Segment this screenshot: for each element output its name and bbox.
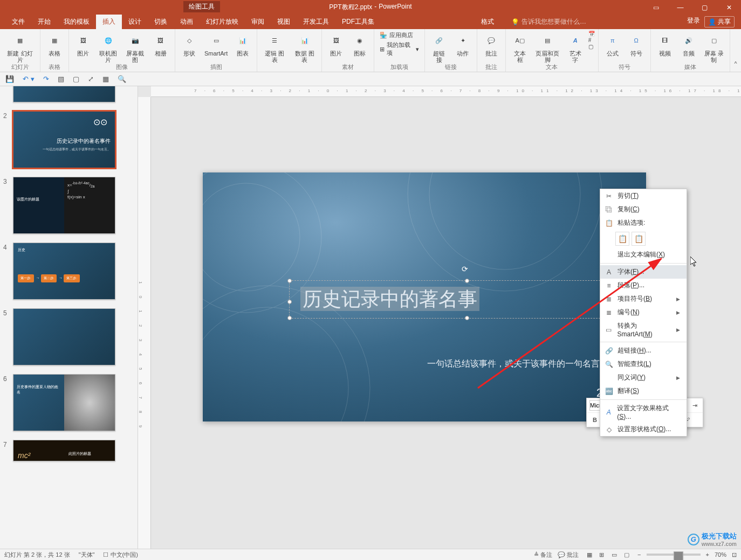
tab-format[interactable]: 格式 [475,15,500,29]
equation-button[interactable]: π公式 [602,31,623,58]
slide-thumb-1[interactable] [13,86,115,102]
wordart-button[interactable]: A艺术字 [565,31,586,64]
title-textbox[interactable]: ⟳ 历史记录中的著名事 [289,280,641,319]
slide-thumb-3[interactable]: 该图片的标题 x=-b±√b²-4ac/2a∫f(x)=sin x [13,177,115,234]
ctx-text-effects-format[interactable]: A设置文字效果格式(S)... [600,402,687,423]
tab-review[interactable]: 审阅 [245,15,271,29]
tab-pdf[interactable]: PDF工具集 [335,15,381,29]
tab-templates[interactable]: 我的模板 [57,15,96,29]
language-indicator[interactable]: ☐ 中文(中国) [103,551,138,559]
qat-icon-1[interactable]: ▧ [58,75,64,83]
logic-chart-button[interactable]: ☰逻辑 图表 [260,31,289,64]
ctx-shape-format[interactable]: ◇设置形状格式(O)... [600,423,687,436]
maximize-icon[interactable]: ▢ [692,0,717,15]
chart-button[interactable]: 📊图表 [232,31,253,58]
increase-indent-icon[interactable]: ⇥ [689,400,700,411]
ribbon-collapse-button[interactable]: ˄ [730,29,741,72]
tab-developer[interactable]: 开发工具 [297,15,335,29]
online-picture-button[interactable]: 🌐联机图片 [96,31,121,64]
slide-thumbnails-panel[interactable]: 2 ⊙⊙ 历史记录中的著名事件 一句话总结该事件，或关于该事件的一句名言。 3 … [0,86,138,552]
ctx-smart-lookup[interactable]: 🔍智能查找(L) [600,357,687,371]
thumb-row-2[interactable]: 2 ⊙⊙ 历史记录中的著名事件 一句话总结该事件，或关于该事件的一句名言。 [0,109,138,175]
screenrec-button[interactable]: ▢屏幕 录制 [702,31,726,64]
video-button[interactable]: 🎞视频 [654,31,676,58]
subtitle-text[interactable]: 一句话总结该事件，或关于该事件的一句名言。 [427,358,608,370]
tell-me-search[interactable]: 💡 告诉我您想要做什么… [511,17,687,26]
thumb-row-5[interactable]: 5 [0,306,138,372]
notes-button[interactable]: ≜ 备注 [534,551,552,559]
my-addins-button[interactable]: ⊞我的加载项 ▾ [378,40,421,58]
slide-editor[interactable]: 7 · 6 · 5 · 4 · 3 · 2 · 1 · 0 · 1 · 2 · … [138,86,741,552]
save-icon[interactable]: 💾 [5,75,14,83]
slide-thumb-5[interactable] [13,308,115,365]
date-icon[interactable]: 📅 [588,31,595,37]
slidenum-icon[interactable]: # [588,37,595,43]
audio-button[interactable]: 🔊音频 [678,31,699,58]
zoom-out-icon[interactable]: − [637,551,641,558]
symbol-button[interactable]: Ω符号 [626,31,647,58]
ctx-paragraph[interactable]: ≡段落(P)... [600,279,687,292]
tab-design[interactable]: 设计 [122,15,148,29]
ins-picture-button[interactable]: 🖼图片 [325,31,347,58]
new-slide-button[interactable]: ▦新建 幻灯片 [3,31,37,64]
ribbon-options-icon[interactable]: ▭ [644,0,668,15]
undo-icon[interactable]: ↶ ▾ [23,75,35,83]
ctx-synonyms[interactable]: 同义词(Y)▶ [600,371,687,384]
reading-view-icon[interactable]: ▭ [609,551,620,558]
title-text[interactable]: 历史记录中的著名事 [300,287,479,311]
store-button[interactable]: 🏪应用商店 [378,31,421,40]
qat-icon-2[interactable]: ▢ [73,75,79,83]
thumb-row-3[interactable]: 3 该图片的标题 x=-b±√b²-4ac/2a∫f(x)=sin x [0,175,138,240]
object-icon[interactable]: ▢ [588,44,595,50]
album-button[interactable]: 🖼相册 [150,31,171,58]
share-button[interactable]: 👤 共享 [704,16,735,27]
table-button[interactable]: ▦表格 [44,31,65,58]
action-button[interactable]: ✦动作 [452,31,474,58]
close-icon[interactable]: ✕ [717,0,741,15]
slide-thumb-2[interactable]: ⊙⊙ 历史记录中的著名事件 一句话总结该事件，或关于该事件的一句名言。 [13,111,115,168]
zoom-level[interactable]: 70% [715,551,726,558]
comment-button[interactable]: 💬批注 [481,31,502,58]
normal-view-icon[interactable]: ▦ [584,551,595,558]
bold-icon[interactable]: B [589,414,600,425]
ctx-bullets[interactable]: ≣项目符号(B)▶ [600,292,687,306]
redo-icon[interactable]: ↷ [43,75,49,83]
thumb-row-4[interactable]: 4 历史 第一步:→ 第二步:→ 第三步: [0,240,138,306]
comments-button[interactable]: 💬 批注 [558,551,579,559]
qat-icon-3[interactable]: ⤢ [88,75,94,83]
ctx-translate[interactable]: 🔤翻译(S) [600,384,687,398]
sorter-view-icon[interactable]: ⊞ [596,551,607,558]
ctx-numbering[interactable]: ≣编号(N)▶ [600,306,687,319]
zoom-in-icon[interactable]: + [706,551,709,558]
rotate-handle-icon[interactable]: ⟳ [462,265,468,273]
minimize-icon[interactable]: — [668,0,692,15]
tab-transitions[interactable]: 切换 [148,15,174,29]
slide-thumb-7[interactable]: mc² 此照片的标题 [13,440,115,461]
header-footer-button[interactable]: ▤页眉和页脚 [533,31,562,64]
smartart-button[interactable]: ▭SmartArt [202,31,230,58]
textbox-button[interactable]: A▢文本框 [509,31,531,64]
ctx-hyperlink[interactable]: 🔗超链接(H)... [600,344,687,357]
ins-icon-button[interactable]: ◉图标 [349,31,370,58]
data-chart-button[interactable]: 📊数据 图表 [291,31,319,64]
login-link[interactable]: 登录 [687,16,700,27]
fit-to-window-icon[interactable]: ⊡ [732,551,737,558]
tab-animations[interactable]: 动画 [174,15,200,29]
zoom-slider[interactable] [647,554,701,556]
hyperlink-button[interactable]: 🔗超链接 [428,31,450,64]
picture-button[interactable]: 🖼图片 [72,31,94,58]
ctx-exit-text-edit[interactable]: 退出文本编辑(X) [600,248,687,261]
ctx-font[interactable]: A字体(F)... [600,265,687,279]
screenshot-button[interactable]: 📷屏幕截图 [123,31,148,64]
qat-icon-5[interactable]: 🔍 [118,75,126,83]
slideshow-view-icon[interactable]: ▢ [621,551,632,558]
paste-keep-text-icon[interactable]: 📋 [632,232,646,246]
paste-keep-format-icon[interactable]: 📋 [615,232,629,246]
tab-file[interactable]: 文件 [5,15,31,29]
tab-view[interactable]: 视图 [271,15,297,29]
thumb-row-6[interactable]: 6 历史事件的重要人物的姓名 [0,372,138,438]
current-slide[interactable]: ⟳ 历史记录中的著名事 一句话总结该事件，或关于该事件的一句名言。 2 [203,172,646,421]
tab-insert[interactable]: 插入 [96,15,122,29]
ctx-copy[interactable]: ⿻复制(C) [600,203,687,216]
thumb-row-7[interactable]: 7 mc² 此照片的标题 [0,438,138,468]
